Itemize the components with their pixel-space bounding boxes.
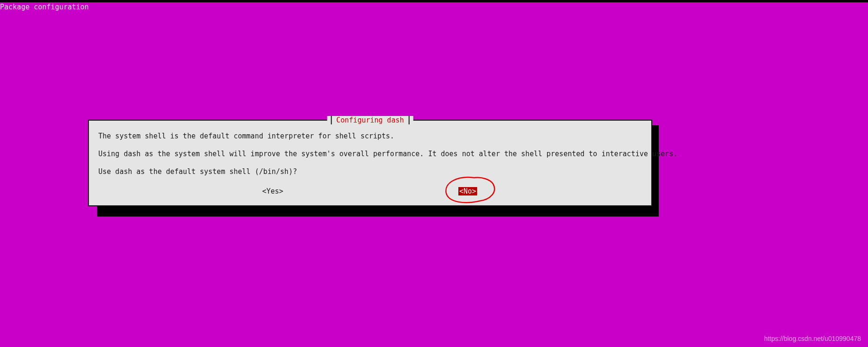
configuration-dialog: Configuring dash The system shell is the… — [88, 120, 652, 206]
dialog-content: The system shell is the default command … — [89, 121, 651, 176]
no-button[interactable]: <No> — [458, 187, 477, 195]
dialog-text-line-1: The system shell is the default command … — [98, 132, 642, 140]
top-border — [0, 0, 868, 2]
dialog-title: Configuring dash — [331, 116, 410, 124]
dialog-title-container: Configuring dash — [327, 116, 413, 124]
yes-button[interactable]: <Yes> — [262, 187, 283, 195]
dialog-text-line-3: Use dash as the default system shell (/b… — [98, 167, 642, 176]
dialog-text-line-2: Using dash as the system shell will impr… — [98, 150, 642, 158]
page-title: Package configuration — [0, 3, 89, 11]
watermark-text: https://blog.csdn.net/u010990478 — [764, 335, 861, 342]
